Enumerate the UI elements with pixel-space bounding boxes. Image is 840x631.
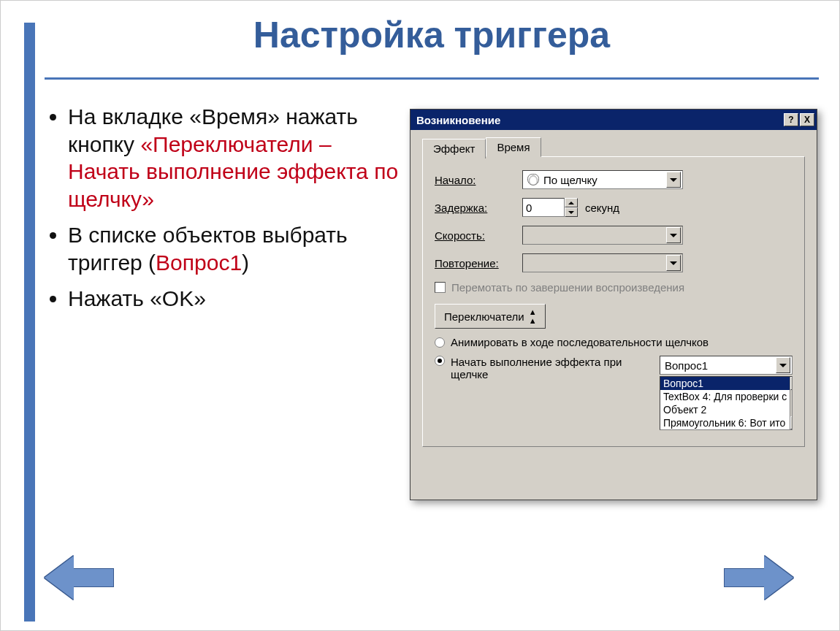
- start-value: По щелчку: [543, 174, 597, 186]
- rewind-label: Перемотать по завершении воспроизведения: [451, 281, 684, 294]
- dialog-body: Эффект Время Начало: По щелчку Задержка:: [411, 130, 817, 453]
- bullet-text: Нажать «OK»: [68, 286, 206, 310]
- delay-input[interactable]: [522, 198, 565, 217]
- prev-arrow[interactable]: [45, 556, 114, 600]
- tab-effect[interactable]: Эффект: [422, 139, 486, 158]
- tab-time[interactable]: Время: [486, 137, 541, 157]
- slide-title: Настройка триггера: [45, 14, 819, 56]
- scroll-down-icon[interactable]: [790, 416, 793, 429]
- trigger-object-listbox[interactable]: Вопрос1 TextBox 4: Для проверки с Объект…: [660, 376, 793, 430]
- bullet-highlight: Вопрос1: [156, 251, 242, 275]
- switches-button[interactable]: Переключатели ▲▲: [435, 304, 546, 329]
- next-arrow[interactable]: [724, 556, 793, 600]
- delay-label: Задержка:: [435, 202, 522, 214]
- spin-up-icon[interactable]: [565, 198, 578, 207]
- dropdown-arrow-icon[interactable]: [666, 227, 681, 243]
- start-label: Начало:: [435, 174, 522, 186]
- speed-dropdown[interactable]: [522, 226, 683, 245]
- dialog-title: Возникновение: [416, 114, 500, 126]
- trigger-object-combo[interactable]: Вопрос1: [660, 356, 793, 375]
- repeat-label: Повторение:: [435, 257, 522, 269]
- delay-unit: секунд: [585, 202, 619, 214]
- list-item[interactable]: Вопрос1: [660, 377, 790, 390]
- spin-down-icon[interactable]: [565, 207, 578, 217]
- arrow-right-icon: [764, 556, 793, 600]
- switches-button-label: Переключатели: [444, 310, 524, 323]
- tab-panel-time: Начало: По щелчку Задержка:: [422, 156, 805, 447]
- slide: Настройка триггера На вкладке «Время» на…: [0, 0, 840, 631]
- rewind-checkbox-row[interactable]: Перемотать по завершении воспроизведения: [435, 281, 793, 294]
- start-dropdown[interactable]: По щелчку: [522, 170, 683, 189]
- dropdown-arrow-icon[interactable]: [666, 172, 681, 188]
- decor-bar-horizontal: [45, 77, 819, 80]
- list-item[interactable]: Прямоугольник 6: Вот ито: [660, 416, 790, 429]
- radio-label: Анимировать в ходе последовательности ще…: [451, 336, 709, 348]
- bullet-list: На вкладке «Время» нажать кнопку «Перекл…: [45, 103, 402, 321]
- dialog-window: Возникновение ? X Эффект Время Начало: П…: [410, 109, 817, 500]
- bullet-item: На вкладке «Время» нажать кнопку «Перекл…: [68, 103, 402, 213]
- listbox-scrollbar[interactable]: [790, 377, 793, 429]
- tab-strip: Эффект Время: [422, 137, 805, 157]
- repeat-dropdown[interactable]: [522, 253, 683, 272]
- radio-label: Начать выполнение эффекта при щелчке: [451, 356, 654, 380]
- delay-spinner[interactable]: [522, 198, 578, 217]
- dialog-titlebar[interactable]: Возникновение ? X: [411, 110, 817, 130]
- decor-bar-vertical: [24, 23, 35, 622]
- trigger-object-value: Вопрос1: [665, 359, 708, 372]
- arrow-left-icon: [45, 556, 74, 600]
- radio-icon[interactable]: [435, 337, 445, 348]
- chevron-up-icon: ▲▲: [529, 307, 536, 325]
- help-button[interactable]: ?: [784, 113, 798, 126]
- list-item[interactable]: TextBox 4: Для проверки с: [660, 390, 790, 403]
- mouse-icon: [527, 174, 539, 186]
- scroll-up-icon[interactable]: [790, 377, 793, 390]
- dropdown-arrow-icon[interactable]: [776, 357, 790, 373]
- close-button[interactable]: X: [800, 113, 814, 126]
- list-item[interactable]: Объект 2: [660, 403, 790, 416]
- bullet-item: В списке объектов выбрать триггер (Вопро…: [68, 221, 402, 276]
- radio-animate-sequence[interactable]: Анимировать в ходе последовательности ще…: [435, 336, 793, 348]
- bullet-text: ): [242, 251, 249, 275]
- radio-start-on-click[interactable]: Начать выполнение эффекта при щелчке Воп…: [435, 356, 793, 430]
- radio-icon[interactable]: [435, 356, 445, 366]
- speed-label: Скорость:: [435, 229, 522, 242]
- dropdown-arrow-icon[interactable]: [666, 255, 681, 271]
- rewind-checkbox[interactable]: [435, 282, 446, 293]
- bullet-item: Нажать «OK»: [68, 285, 402, 313]
